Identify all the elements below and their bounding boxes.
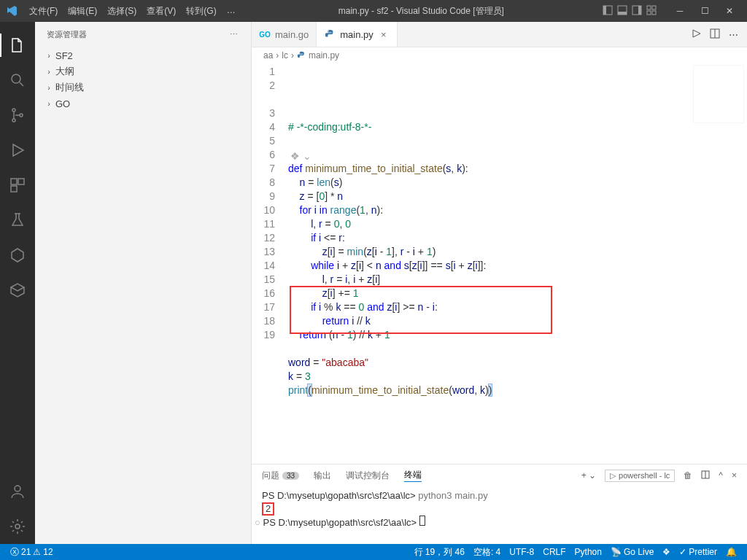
status-spaces[interactable]: 空格: 4 [469,546,505,559]
menu-bar: 文件(F)编辑(E)选择(S)查看(V)转到(G)… [25,4,240,19]
go-file-icon: GO [259,28,271,40]
explorer-sidebar: 资源管理器 ⋯ ›SF2›大纲›时间线›GO [35,22,252,544]
minimize-button[interactable]: ─ [668,0,692,22]
search-icon[interactable] [0,63,35,98]
vscode-logo-icon [6,5,18,17]
toggle-panel-icon[interactable] [617,5,627,18]
status-notifications-icon[interactable]: 🔔 [721,547,741,557]
sidebar-item[interactable]: ›时间线 [35,79,251,96]
svg-point-12 [12,119,15,122]
sidebar-item[interactable]: ›大纲 [35,63,251,79]
menu-item[interactable]: 转到(G) [182,4,220,19]
svg-point-19 [15,524,20,529]
panel-tab-output[interactable]: 输出 [314,470,331,482]
panel-tab-terminal[interactable]: 终端 [404,469,422,482]
tab-main-go[interactable]: GO main.go [252,22,317,47]
svg-rect-7 [652,6,656,9]
status-eol[interactable]: CRLF [538,547,570,557]
tab-label: main.go [275,29,309,40]
svg-point-10 [12,74,20,83]
toggle-secondary-icon[interactable] [632,5,642,18]
settings-gear-icon[interactable] [0,509,35,544]
terminal-cursor [419,516,425,526]
terminal-shell-selector[interactable]: ▷ powershell - lc [605,470,675,482]
layout-controls [603,5,657,18]
split-editor-icon[interactable] [710,28,720,41]
svg-rect-14 [11,179,17,184]
menu-item[interactable]: 查看(V) [142,4,180,19]
svg-rect-5 [638,6,641,15]
tab-main-py[interactable]: main.py × [317,22,398,47]
svg-rect-8 [647,11,651,15]
svg-point-18 [15,486,20,491]
account-icon[interactable] [0,474,35,509]
customize-layout-icon[interactable] [646,5,657,18]
split-terminal-icon[interactable] [701,470,710,481]
status-encoding[interactable]: UTF-8 [505,547,538,557]
close-tab-icon[interactable]: × [378,29,390,40]
toggle-sidebar-icon[interactable] [603,5,613,18]
svg-point-11 [12,109,15,112]
close-panel-icon[interactable]: × [732,470,737,481]
python-file-icon [324,28,336,40]
maximize-panel-icon[interactable]: ^ [719,470,723,481]
svg-marker-17 [12,249,23,262]
explorer-icon[interactable] [0,28,35,63]
editor-tabs: GO main.go main.py × ⋯ [252,22,747,47]
sidebar-more-icon[interactable]: ⋯ [230,30,239,39]
tab-label: main.py [340,29,374,40]
status-language[interactable]: Python [570,547,606,557]
svg-rect-15 [18,179,24,184]
chevron-right-icon: › [44,99,54,108]
menu-item[interactable]: 选择(S) [103,4,141,19]
sidebar-title: 资源管理器 [47,29,230,40]
svg-point-20 [328,31,329,31]
menu-item[interactable]: 编辑(E) [63,4,101,19]
svg-point-13 [20,114,23,117]
breadcrumb[interactable]: aa › lc › main.py [252,47,747,63]
extra-icon-2[interactable] [0,273,35,308]
panel-tabs: 问题33 输出 调试控制台 终端 + ⌄ ▷ powershell - lc 🗑… [252,464,747,486]
kill-terminal-icon[interactable]: 🗑 [684,470,692,481]
line-numbers: 12345678910111213141516171819 [252,63,288,464]
close-button[interactable]: ✕ [718,0,741,22]
terminal-output-highlight: 2 [262,502,274,516]
sidebar-item[interactable]: ›GO [35,96,251,112]
chevron-right-icon: › [44,83,54,92]
window-controls: ─ ☐ ✕ [668,0,741,22]
code-annotation-icon[interactable]: ❖ ⌄ [290,149,311,163]
testing-icon[interactable] [0,203,35,238]
sidebar-item[interactable]: ›SF2 [35,47,251,63]
status-errors[interactable]: ⓧ 21 ⚠ 12 [6,546,58,559]
status-bar: ⓧ 21 ⚠ 12 行 19，列 46 空格: 4 UTF-8 CRLF Pyt… [0,544,747,560]
panel-tab-problems[interactable]: 问题33 [262,470,299,482]
menu-item[interactable]: 文件(F) [25,4,62,19]
extra-icon-1[interactable] [0,238,35,273]
run-icon[interactable] [691,28,701,41]
chevron-right-icon: › [44,51,54,60]
source-control-icon[interactable] [0,98,35,133]
status-extra-icon[interactable]: ❖ [658,547,675,557]
editor-group: GO main.go main.py × ⋯ aa › lc › main.py… [252,22,747,544]
python-file-icon [297,51,306,60]
menu-item[interactable]: … [222,4,240,19]
status-golive[interactable]: 📡 Go Live [606,547,658,557]
terminal[interactable]: PS D:\mysetup\gopath\src\sf2\aa\lc> pyth… [252,486,747,544]
code-content[interactable]: ❖ ⌄ # -*-coding:utf-8-*-def minimum_time… [288,63,747,464]
svg-rect-9 [652,11,656,15]
maximize-button[interactable]: ☐ [693,0,716,22]
bottom-panel: 问题33 输出 调试控制台 终端 + ⌄ ▷ powershell - lc 🗑… [252,464,747,544]
new-terminal-icon[interactable]: + ⌄ [581,470,596,481]
minimap[interactable] [693,65,744,123]
title-bar: 文件(F)编辑(E)选择(S)查看(V)转到(G)… main.py - sf2… [0,0,747,22]
extensions-icon[interactable] [0,168,35,203]
code-editor[interactable]: 12345678910111213141516171819 ❖ ⌄ # -*-c… [252,63,747,464]
status-prettier[interactable]: ✓ Prettier [675,547,721,557]
panel-tab-debug-console[interactable]: 调试控制台 [346,470,390,482]
more-actions-icon[interactable]: ⋯ [729,29,738,40]
svg-rect-6 [647,6,651,9]
chevron-right-icon: › [44,67,54,76]
run-debug-icon[interactable] [0,133,35,168]
svg-rect-1 [603,6,606,15]
status-cursor[interactable]: 行 19，列 46 [410,546,469,559]
